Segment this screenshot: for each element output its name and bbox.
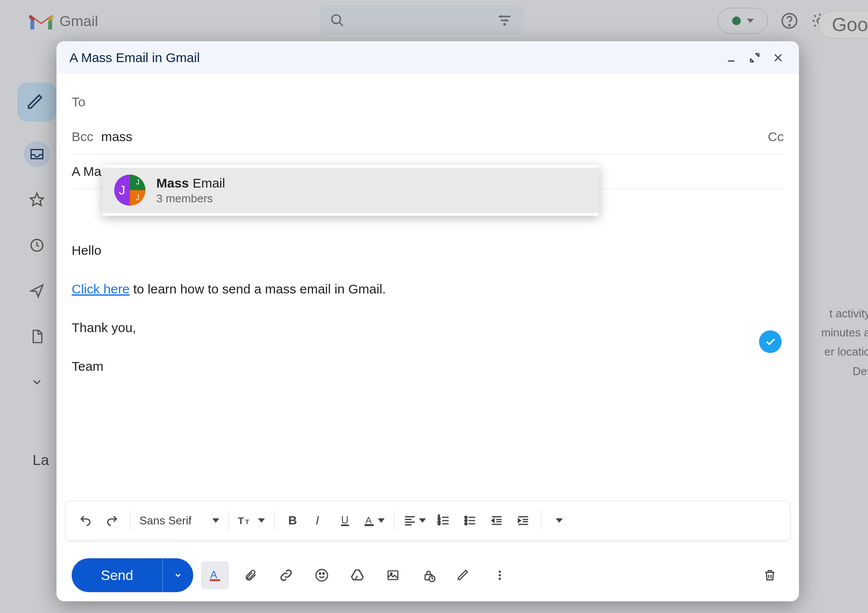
body-line: Thank you, <box>72 316 784 339</box>
svg-point-33 <box>323 573 324 574</box>
contact-suggestions: J J J Mass Email 3 members <box>102 165 599 216</box>
bold-button[interactable]: B <box>280 508 304 533</box>
svg-text:A: A <box>210 569 217 580</box>
photo-button[interactable] <box>379 561 407 589</box>
svg-point-35 <box>390 573 392 574</box>
close-icon[interactable] <box>772 52 784 63</box>
confidential-button[interactable] <box>415 561 442 589</box>
align-button[interactable] <box>400 508 429 533</box>
signature-button[interactable] <box>450 561 478 589</box>
numbered-list-button[interactable]: 123 <box>432 508 456 533</box>
more-options-button[interactable] <box>486 561 514 589</box>
more-formatting-button[interactable] <box>547 508 571 533</box>
chevron-down-icon <box>212 518 219 523</box>
compose-dialog: A Mass Email in Gmail To Bcc mass Cc A M… <box>56 41 799 601</box>
font-size-button[interactable]: TT <box>234 508 268 533</box>
cc-toggle[interactable]: Cc <box>768 129 784 144</box>
bcc-label: Bcc <box>72 129 93 144</box>
svg-point-26 <box>465 516 467 518</box>
suggestion-name: Mass Email <box>156 175 225 191</box>
svg-point-28 <box>465 523 467 525</box>
svg-point-39 <box>498 574 501 576</box>
compose-header: A Mass Email in Gmail <box>56 41 799 74</box>
text-color-button[interactable]: A <box>360 508 388 533</box>
popout-icon[interactable] <box>749 52 760 63</box>
minimize-icon[interactable] <box>726 52 737 63</box>
send-options-button[interactable] <box>163 558 193 592</box>
send-button[interactable]: Send <box>72 558 193 592</box>
group-avatar: J J J <box>114 175 145 206</box>
svg-text:I: I <box>316 514 319 527</box>
link-button[interactable] <box>272 561 300 589</box>
svg-text:A: A <box>366 515 372 525</box>
italic-button[interactable]: I <box>307 508 331 533</box>
bcc-field[interactable]: Bcc mass Cc <box>72 119 784 154</box>
attach-button[interactable] <box>237 561 264 589</box>
compose-action-bar: Send A <box>56 549 799 601</box>
svg-point-27 <box>465 520 467 522</box>
body-line: Hello <box>72 239 784 262</box>
formatting-toolbar: Sans Serif TT B I U A 123 <box>65 501 790 540</box>
discard-button[interactable] <box>756 561 784 589</box>
bcc-input[interactable]: mass <box>101 129 132 144</box>
svg-point-32 <box>319 573 320 574</box>
bullet-list-button[interactable] <box>458 508 482 533</box>
check-badge-icon[interactable] <box>759 330 782 353</box>
svg-point-31 <box>316 570 328 581</box>
svg-text:U: U <box>341 514 349 526</box>
formatting-toggle-button[interactable]: A <box>201 561 229 589</box>
svg-point-38 <box>498 570 501 573</box>
font-selector[interactable]: Sans Serif <box>136 508 223 533</box>
svg-text:3: 3 <box>438 521 440 526</box>
svg-text:T: T <box>238 515 244 526</box>
emoji-button[interactable] <box>308 561 336 589</box>
underline-button[interactable]: U <box>333 508 357 533</box>
undo-button[interactable] <box>73 508 98 533</box>
compose-title: A Mass Email in Gmail <box>69 50 200 65</box>
to-field[interactable]: To <box>72 85 784 119</box>
svg-rect-30 <box>210 579 220 581</box>
subject-input[interactable]: A Ma <box>72 164 101 179</box>
email-body[interactable]: Hello Click here to learn how to send a … <box>72 228 784 378</box>
svg-rect-22 <box>365 524 374 526</box>
body-line: Team <box>72 355 784 378</box>
body-link[interactable]: Click here <box>72 282 129 296</box>
suggestion-meta: 3 members <box>156 191 225 206</box>
svg-text:T: T <box>245 518 249 525</box>
svg-text:B: B <box>288 514 297 527</box>
redo-button[interactable] <box>100 508 124 533</box>
svg-point-40 <box>498 578 501 580</box>
drive-button[interactable] <box>343 561 371 589</box>
indent-less-button[interactable] <box>485 508 509 533</box>
to-label: To <box>72 95 86 109</box>
suggestion-item[interactable]: J J J Mass Email 3 members <box>102 168 599 213</box>
indent-more-button[interactable] <box>511 508 535 533</box>
body-line: Click here to learn how to send a mass e… <box>72 277 784 301</box>
